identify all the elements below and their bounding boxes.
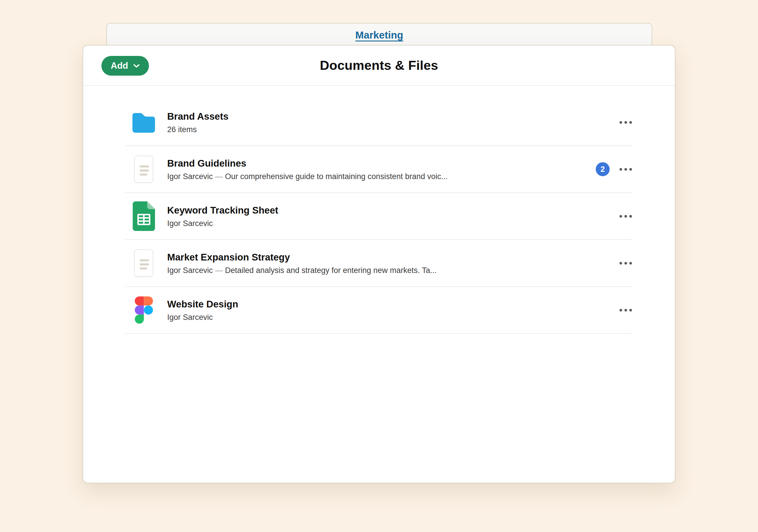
panel-header: Add Documents & Files <box>83 46 675 86</box>
item-menu-button[interactable] <box>619 211 633 222</box>
breadcrumb-link-marketing[interactable]: Marketing <box>355 29 403 41</box>
item-menu-button[interactable] <box>619 164 633 175</box>
ellipsis-icon <box>619 121 622 124</box>
list-item-website-design[interactable]: Website Design Igor Sarcevic <box>125 287 633 334</box>
list-item-market-expansion-strategy[interactable]: Market Expansion Strategy Igor Sarcevic … <box>125 240 633 287</box>
item-subtitle: 26 items <box>167 125 619 134</box>
item-author: Igor Sarcevic <box>167 172 213 181</box>
spreadsheet-icon <box>132 200 155 232</box>
document-icon <box>132 153 155 185</box>
add-button[interactable]: Add <box>101 56 149 76</box>
row-actions <box>619 258 633 268</box>
list-item-keyword-tracking-sheet[interactable]: Keyword Tracking Sheet Igor Sarcevic <box>125 193 633 240</box>
add-button-label: Add <box>111 60 128 71</box>
item-title: Brand Guidelines <box>167 157 596 169</box>
item-subtitle: Igor Sarcevic — Our comprehensive guide … <box>167 172 596 181</box>
comment-count-badge: 2 <box>596 162 610 176</box>
list-item-brand-guidelines[interactable]: Brand Guidelines Igor Sarcevic — Our com… <box>125 146 633 193</box>
item-title: Keyword Tracking Sheet <box>167 204 619 216</box>
item-description: Our comprehensive guide to maintaining c… <box>225 172 448 181</box>
figma-icon <box>132 294 155 326</box>
ellipsis-icon <box>619 168 622 171</box>
item-subtitle: Igor Sarcevic <box>167 313 619 322</box>
item-subtitle: Igor Sarcevic <box>167 219 619 228</box>
page-title: Documents & Files <box>320 58 438 73</box>
item-description: Detailed analysis and strategy for enter… <box>225 266 437 275</box>
list-item-text: Website Design Igor Sarcevic <box>167 298 619 322</box>
folder-icon <box>132 106 155 138</box>
item-author: Igor Sarcevic <box>167 266 213 275</box>
item-title: Website Design <box>167 298 619 310</box>
item-separator: — <box>213 266 225 275</box>
documents-panel: Add Documents & Files Brand Assets 26 it… <box>83 45 675 483</box>
row-actions <box>619 211 633 222</box>
document-icon <box>132 247 155 279</box>
row-actions: 2 <box>596 162 633 176</box>
item-menu-button[interactable] <box>619 117 633 128</box>
list-item-text: Keyword Tracking Sheet Igor Sarcevic <box>167 204 619 228</box>
list-item-text: Brand Assets 26 items <box>167 110 619 134</box>
item-menu-button[interactable] <box>619 258 633 268</box>
ellipsis-icon <box>619 309 622 311</box>
item-menu-button[interactable] <box>619 305 633 316</box>
item-separator: — <box>213 172 225 181</box>
list-item-text: Market Expansion Strategy Igor Sarcevic … <box>167 251 619 275</box>
ellipsis-icon <box>619 262 622 265</box>
row-actions <box>619 305 633 316</box>
chevron-down-icon <box>133 64 140 68</box>
row-actions <box>619 117 633 128</box>
documents-list: Brand Assets 26 items Brand Guidelines I… <box>83 86 675 334</box>
item-title: Market Expansion Strategy <box>167 251 619 263</box>
list-item-text: Brand Guidelines Igor Sarcevic — Our com… <box>167 157 596 181</box>
list-item-brand-assets[interactable]: Brand Assets 26 items <box>125 99 633 146</box>
item-subtitle: Igor Sarcevic — Detailed analysis and st… <box>167 266 619 275</box>
ellipsis-icon <box>619 215 622 218</box>
item-title: Brand Assets <box>167 110 619 122</box>
